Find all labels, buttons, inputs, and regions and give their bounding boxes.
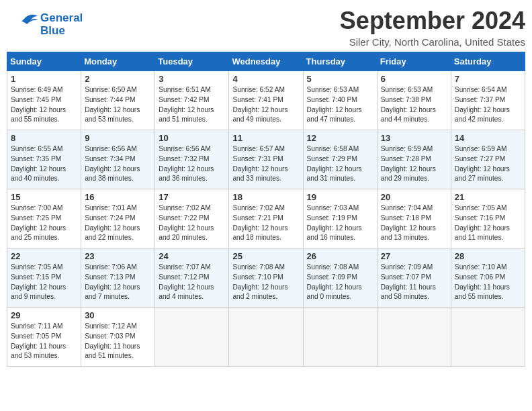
day-number: 15: [11, 192, 77, 202]
calendar-cell: 1 Sunrise: 6:49 AMSunset: 7:45 PMDayligh…: [7, 71, 81, 130]
col-monday: Monday: [81, 52, 155, 71]
day-number: 7: [455, 74, 521, 84]
col-wednesday: Wednesday: [229, 52, 303, 71]
col-saturday: Saturday: [451, 52, 525, 71]
cell-content: Sunrise: 7:06 AMSunset: 7:13 PMDaylight:…: [85, 263, 151, 302]
location-subtitle: Siler City, North Carolina, United State…: [340, 36, 525, 48]
day-number: 26: [307, 251, 373, 261]
calendar-cell: [303, 308, 377, 367]
calendar-cell: 16 Sunrise: 7:01 AMSunset: 7:24 PMDaylig…: [81, 189, 155, 248]
calendar-cell: 8 Sunrise: 6:55 AMSunset: 7:35 PMDayligh…: [7, 130, 81, 189]
cell-content: Sunrise: 7:04 AMSunset: 7:18 PMDaylight:…: [381, 203, 447, 243]
calendar-cell: 9 Sunrise: 6:56 AMSunset: 7:34 PMDayligh…: [81, 130, 155, 189]
cell-content: Sunrise: 6:57 AMSunset: 7:31 PMDaylight:…: [232, 144, 299, 184]
cell-content: Sunrise: 7:12 AMSunset: 7:03 PMDaylight:…: [85, 322, 151, 361]
calendar-cell: 24 Sunrise: 7:07 AMSunset: 7:12 PMDaylig…: [155, 248, 229, 308]
calendar-cell: 7 Sunrise: 6:54 AMSunset: 7:37 PMDayligh…: [451, 71, 525, 130]
cell-content: Sunrise: 7:10 AMSunset: 7:06 PMDaylight:…: [455, 263, 521, 302]
calendar-cell: 18 Sunrise: 7:02 AMSunset: 7:21 PMDaylig…: [229, 189, 303, 248]
calendar-cell: 4 Sunrise: 6:52 AMSunset: 7:41 PMDayligh…: [229, 71, 303, 130]
calendar-cell: 13 Sunrise: 6:59 AMSunset: 7:28 PMDaylig…: [377, 130, 451, 189]
day-number: 13: [381, 133, 447, 143]
calendar-cell: 20 Sunrise: 7:04 AMSunset: 7:18 PMDaylig…: [377, 189, 451, 248]
calendar-cell: 28 Sunrise: 7:10 AMSunset: 7:06 PMDaylig…: [451, 248, 525, 308]
cell-content: Sunrise: 7:02 AMSunset: 7:21 PMDaylight:…: [232, 203, 299, 243]
calendar-cell: [155, 308, 229, 367]
day-number: 21: [455, 192, 521, 202]
day-number: 27: [381, 251, 447, 261]
day-number: 16: [85, 192, 151, 202]
calendar-week-row: 1 Sunrise: 6:49 AMSunset: 7:45 PMDayligh…: [7, 71, 525, 130]
day-number: 6: [381, 74, 447, 84]
col-tuesday: Tuesday: [155, 52, 229, 71]
day-number: 17: [159, 192, 225, 202]
cell-content: Sunrise: 7:09 AMSunset: 7:07 PMDaylight:…: [381, 263, 447, 302]
calendar-cell: 29 Sunrise: 7:11 AMSunset: 7:05 PMDaylig…: [7, 308, 81, 367]
cell-content: Sunrise: 6:49 AMSunset: 7:45 PMDaylight:…: [11, 85, 77, 125]
cell-content: Sunrise: 7:01 AMSunset: 7:24 PMDaylight:…: [85, 203, 151, 243]
calendar-cell: 10 Sunrise: 6:56 AMSunset: 7:32 PMDaylig…: [155, 130, 229, 189]
calendar-cell: 3 Sunrise: 6:51 AMSunset: 7:42 PMDayligh…: [155, 71, 229, 130]
cell-content: Sunrise: 6:58 AMSunset: 7:29 PMDaylight:…: [307, 144, 373, 184]
calendar-table: Sunday Monday Tuesday Wednesday Thursday…: [7, 52, 525, 367]
cell-content: Sunrise: 6:51 AMSunset: 7:42 PMDaylight:…: [159, 85, 225, 125]
day-number: 30: [85, 310, 151, 320]
cell-content: Sunrise: 7:00 AMSunset: 7:25 PMDaylight:…: [11, 203, 77, 243]
calendar-cell: 22 Sunrise: 7:05 AMSunset: 7:15 PMDaylig…: [7, 248, 81, 308]
cell-content: Sunrise: 6:59 AMSunset: 7:28 PMDaylight:…: [381, 144, 447, 184]
cell-content: Sunrise: 6:53 AMSunset: 7:40 PMDaylight:…: [307, 85, 373, 125]
day-number: 22: [11, 251, 77, 261]
day-number: 25: [232, 251, 299, 261]
day-number: 19: [307, 192, 373, 202]
day-number: 10: [159, 133, 225, 143]
cell-content: Sunrise: 7:05 AMSunset: 7:16 PMDaylight:…: [455, 203, 521, 243]
calendar-cell: 12 Sunrise: 6:58 AMSunset: 7:29 PMDaylig…: [303, 130, 377, 189]
calendar-cell: 17 Sunrise: 7:02 AMSunset: 7:22 PMDaylig…: [155, 189, 229, 248]
calendar-cell: 14 Sunrise: 6:59 AMSunset: 7:27 PMDaylig…: [451, 130, 525, 189]
calendar-week-row: 29 Sunrise: 7:11 AMSunset: 7:05 PMDaylig…: [7, 308, 525, 367]
cell-content: Sunrise: 7:05 AMSunset: 7:15 PMDaylight:…: [11, 263, 77, 302]
logo-blue: Blue: [40, 25, 83, 38]
calendar-week-row: 8 Sunrise: 6:55 AMSunset: 7:35 PMDayligh…: [7, 130, 525, 189]
calendar-cell: 2 Sunrise: 6:50 AMSunset: 7:44 PMDayligh…: [81, 71, 155, 130]
day-number: 28: [455, 251, 521, 261]
calendar-cell: [229, 308, 303, 367]
logo: General Blue: [7, 12, 83, 38]
day-number: 5: [307, 74, 373, 84]
cell-content: Sunrise: 6:54 AMSunset: 7:37 PMDaylight:…: [455, 85, 521, 125]
cell-content: Sunrise: 6:50 AMSunset: 7:44 PMDaylight:…: [85, 85, 151, 125]
calendar-cell: 26 Sunrise: 7:08 AMSunset: 7:09 PMDaylig…: [303, 248, 377, 308]
cell-content: Sunrise: 7:03 AMSunset: 7:19 PMDaylight:…: [307, 203, 373, 243]
cell-content: Sunrise: 6:55 AMSunset: 7:35 PMDaylight:…: [11, 144, 77, 184]
day-number: 24: [159, 251, 225, 261]
calendar-cell: 5 Sunrise: 6:53 AMSunset: 7:40 PMDayligh…: [303, 71, 377, 130]
cell-content: Sunrise: 7:08 AMSunset: 7:09 PMDaylight:…: [307, 263, 373, 302]
calendar-cell: 6 Sunrise: 6:53 AMSunset: 7:38 PMDayligh…: [377, 71, 451, 130]
title-area: September 2024 Siler City, North Carolin…: [340, 7, 525, 48]
day-number: 20: [381, 192, 447, 202]
cell-content: Sunrise: 6:52 AMSunset: 7:41 PMDaylight:…: [232, 85, 299, 125]
calendar-cell: 21 Sunrise: 7:05 AMSunset: 7:16 PMDaylig…: [451, 189, 525, 248]
calendar-cell: [377, 308, 451, 367]
day-number: 2: [85, 74, 151, 84]
day-number: 1: [11, 74, 77, 84]
cell-content: Sunrise: 6:56 AMSunset: 7:32 PMDaylight:…: [159, 144, 225, 184]
day-number: 9: [85, 133, 151, 143]
page-header: General Blue September 2024 Siler City, …: [7, 7, 525, 48]
day-number: 12: [307, 133, 373, 143]
day-number: 29: [11, 310, 77, 320]
calendar-week-row: 22 Sunrise: 7:05 AMSunset: 7:15 PMDaylig…: [7, 248, 525, 308]
day-number: 11: [232, 133, 299, 143]
col-friday: Friday: [377, 52, 451, 71]
calendar-week-row: 15 Sunrise: 7:00 AMSunset: 7:25 PMDaylig…: [7, 189, 525, 248]
month-title: September 2024: [340, 7, 525, 35]
day-number: 14: [455, 133, 521, 143]
cell-content: Sunrise: 6:56 AMSunset: 7:34 PMDaylight:…: [85, 144, 151, 184]
day-number: 23: [85, 251, 151, 261]
calendar-cell: 15 Sunrise: 7:00 AMSunset: 7:25 PMDaylig…: [7, 189, 81, 248]
calendar-cell: [451, 308, 525, 367]
col-sunday: Sunday: [7, 52, 81, 71]
cell-content: Sunrise: 6:53 AMSunset: 7:38 PMDaylight:…: [381, 85, 447, 125]
day-number: 18: [232, 192, 299, 202]
day-number: 4: [232, 74, 299, 84]
